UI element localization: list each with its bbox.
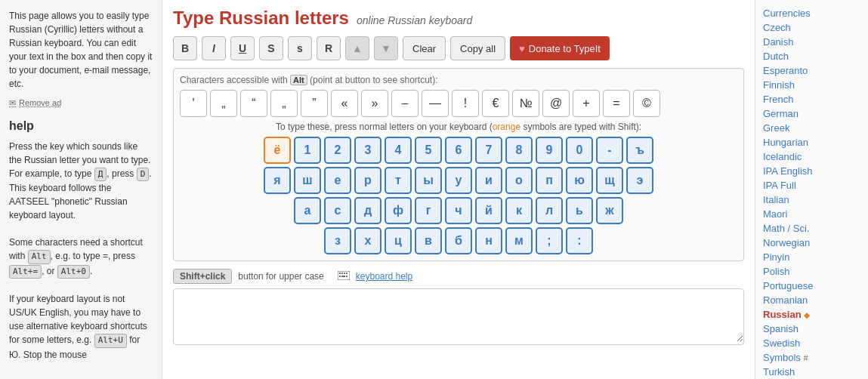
keyboard-key[interactable]: э [626, 167, 653, 194]
keyboard-key[interactable]: й [475, 197, 502, 224]
language-link[interactable]: Danish [763, 35, 860, 49]
keyboard-key[interactable]: 8 [505, 137, 533, 164]
copy-all-button[interactable]: Copy all [450, 36, 505, 60]
keyboard-key[interactable]: ю [566, 167, 593, 194]
keyboard-key[interactable]: з [324, 227, 351, 254]
keyboard-key[interactable]: п [536, 167, 563, 194]
keyboard-key[interactable]: о [505, 167, 533, 194]
keyboard-key[interactable]: я [264, 167, 291, 194]
special-char-btn[interactable]: – [391, 90, 419, 117]
keyboard-key[interactable]: ф [385, 197, 412, 224]
keyboard-key[interactable]: 5 [415, 137, 442, 164]
keyboard-key[interactable]: м [505, 227, 533, 254]
language-link[interactable]: Pinyin [763, 250, 860, 264]
keyboard-key[interactable]: ь [566, 197, 593, 224]
keyboard-key[interactable]: ъ [626, 137, 653, 164]
keyboard-key[interactable]: 6 [445, 137, 472, 164]
language-link[interactable]: Esperanto [763, 63, 860, 78]
keyboard-key[interactable]: 3 [354, 137, 381, 164]
donate-button[interactable]: ♥ Donate to TypeIt [510, 36, 610, 60]
special-char-btn[interactable]: „ [270, 90, 298, 117]
special-char-btn[interactable]: + [573, 90, 600, 117]
special-char-btn[interactable]: № [512, 90, 539, 117]
bold-button[interactable]: B [173, 36, 197, 60]
keyboard-key[interactable]: ш [294, 167, 321, 194]
keyboard-key[interactable]: в [415, 227, 442, 254]
keyboard-key[interactable]: т [385, 167, 412, 194]
underline-button[interactable]: U [230, 36, 255, 60]
keyboard-key[interactable]: у [445, 167, 472, 194]
keyboard-key[interactable]: 4 [385, 137, 412, 164]
language-link[interactable]: Polish [763, 264, 860, 279]
text-input[interactable] [174, 289, 743, 342]
special-char-btn[interactable]: ” [301, 90, 328, 117]
keyboard-key[interactable]: ч [445, 197, 472, 224]
keyboard-key[interactable]: ж [596, 197, 623, 224]
small-button[interactable]: s [288, 36, 312, 60]
special-char-btn[interactable]: € [482, 90, 509, 117]
language-link[interactable]: Norwegian [763, 236, 860, 250]
keyboard-key[interactable]: р [354, 167, 381, 194]
shift-click-button[interactable]: Shift+click [173, 269, 232, 284]
language-link[interactable]: French [763, 92, 860, 106]
language-link[interactable]: Turkish [763, 365, 860, 379]
clear-button[interactable]: Clear [403, 36, 446, 60]
special-char-btn[interactable]: ! [452, 90, 479, 117]
language-link[interactable]: Dutch [763, 49, 860, 63]
special-char-btn[interactable]: „ [210, 90, 237, 117]
keyboard-key[interactable]: : [566, 227, 593, 254]
language-link[interactable]: Spanish [763, 322, 860, 336]
char2-button[interactable]: ▼ [374, 36, 398, 60]
language-link[interactable]: Symbols # [763, 350, 860, 365]
language-link[interactable]: Portuguese [763, 279, 860, 293]
language-link[interactable]: Russian ◆ [763, 307, 860, 322]
language-link[interactable]: IPA Full [763, 178, 860, 193]
keyboard-key[interactable]: б [445, 227, 472, 254]
language-link[interactable]: Math / Sci. [763, 221, 860, 236]
keyboard-key[interactable]: 7 [475, 137, 502, 164]
special-char-btn[interactable]: — [422, 90, 449, 117]
italic-button[interactable]: I [202, 36, 226, 60]
keyboard-key[interactable]: 0 [566, 137, 593, 164]
keyboard-key[interactable]: к [505, 197, 533, 224]
keyboard-key[interactable]: щ [596, 167, 623, 194]
keyboard-key[interactable]: ё [264, 137, 291, 164]
keyboard-key[interactable]: г [415, 197, 442, 224]
strikethrough-button[interactable]: S [259, 36, 283, 60]
keyboard-key[interactable]: л [536, 197, 563, 224]
language-link[interactable]: IPA English [763, 164, 860, 178]
language-link[interactable]: Italian [763, 193, 860, 207]
special-char-btn[interactable]: “ [240, 90, 267, 117]
language-link[interactable]: Hungarian [763, 135, 860, 149]
language-link[interactable]: Swedish [763, 336, 860, 350]
keyboard-key[interactable]: 9 [536, 137, 563, 164]
keyboard-key[interactable]: и [475, 167, 502, 194]
language-link[interactable]: Maori [763, 207, 860, 221]
keyboard-key[interactable]: с [324, 197, 351, 224]
language-link[interactable]: Currencies [763, 6, 860, 20]
special-char-btn[interactable]: « [331, 90, 358, 117]
keyboard-key[interactable]: 2 [324, 137, 351, 164]
keyboard-key[interactable]: н [475, 227, 502, 254]
language-link[interactable]: Romanian [763, 293, 860, 307]
keyboard-key[interactable]: ы [415, 167, 442, 194]
special-char-btn[interactable]: ' [180, 90, 207, 117]
special-char-btn[interactable]: = [603, 90, 630, 117]
keyboard-key[interactable]: ; [536, 227, 563, 254]
keyboard-key[interactable]: 1 [294, 137, 321, 164]
language-link[interactable]: Icelandic [763, 149, 860, 164]
keyboard-help-link[interactable]: keyboard help [356, 271, 412, 282]
special-char-btn[interactable]: » [361, 90, 388, 117]
keyboard-key[interactable]: ц [385, 227, 412, 254]
keyboard-key[interactable]: - [596, 137, 623, 164]
language-link[interactable]: Czech [763, 20, 860, 35]
right-button[interactable]: R [317, 36, 341, 60]
language-link[interactable]: Greek [763, 121, 860, 135]
language-link[interactable]: Finnish [763, 78, 860, 92]
remove-ad-link[interactable]: ✉ Remove ad [9, 97, 153, 109]
keyboard-key[interactable]: а [294, 197, 321, 224]
keyboard-key[interactable]: е [324, 167, 351, 194]
special-char-btn[interactable]: @ [542, 90, 570, 117]
keyboard-key[interactable]: х [354, 227, 381, 254]
special-char-btn[interactable]: © [633, 90, 660, 117]
